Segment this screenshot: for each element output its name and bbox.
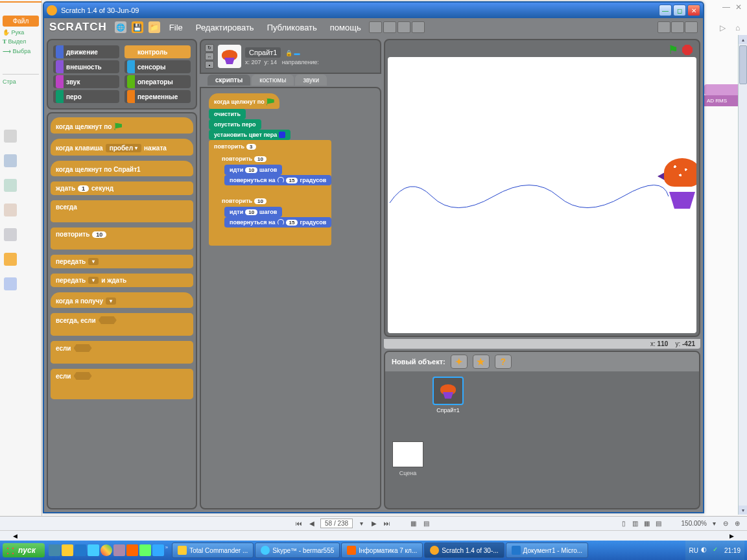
view-normal-icon[interactable] bbox=[671, 21, 684, 33]
rotate-none-icon[interactable]: • bbox=[205, 61, 214, 69]
block-if[interactable]: если bbox=[51, 341, 193, 364]
lang-indicator[interactable]: RU bbox=[689, 547, 698, 554]
stamp-icon[interactable] bbox=[4, 277, 17, 290]
block-forever-if[interactable]: всегда, если bbox=[51, 313, 193, 336]
tool-stamp-icon[interactable] bbox=[369, 21, 382, 33]
layers-icon[interactable] bbox=[4, 179, 17, 192]
block-palette[interactable]: когда щелкнут по когда клавиша пробел на… bbox=[47, 112, 197, 509]
ql-skype-icon[interactable] bbox=[88, 544, 99, 556]
tool-shrink-icon[interactable] bbox=[412, 21, 425, 33]
sprite-item[interactable]: Спрайт1 bbox=[431, 377, 466, 503]
ql-av-icon[interactable] bbox=[139, 544, 151, 556]
sb-move-2[interactable]: идти 10 шагов bbox=[224, 207, 282, 217]
hscroll-left-icon[interactable]: ◀ bbox=[13, 533, 18, 539]
cat-control[interactable]: контроль bbox=[124, 45, 191, 58]
menu-share[interactable]: Публиковать bbox=[262, 21, 322, 34]
scroll-up-icon[interactable]: ▴ bbox=[739, 35, 747, 44]
green-flag-button[interactable]: ⚑ bbox=[668, 43, 678, 57]
lock-icon[interactable] bbox=[4, 253, 17, 266]
ql-foxit-icon[interactable] bbox=[126, 544, 138, 556]
zoom-out-icon[interactable]: ⊖ bbox=[721, 519, 730, 528]
script-area[interactable]: когда щелкнут по очистить опустить перо … bbox=[200, 87, 381, 509]
globe-icon[interactable]: 🌐 bbox=[115, 21, 126, 33]
scroll-down-icon[interactable]: ▾ bbox=[739, 506, 747, 515]
ql-desktop-icon[interactable] bbox=[49, 544, 60, 556]
menu-file[interactable]: File bbox=[164, 21, 188, 34]
sb-hat[interactable]: когда щелкнут по bbox=[209, 93, 279, 109]
view-tool-1-icon[interactable]: ▦ bbox=[409, 519, 418, 528]
sb-repeat-inner1[interactable]: повторить 10 идти 10 шагов повернуться н… bbox=[217, 152, 331, 194]
start-button[interactable]: пуск bbox=[3, 543, 45, 557]
titlebar[interactable]: Scratch 1.4 of 30-Jun-09 ― ◻ ✕ bbox=[44, 3, 703, 18]
cat-sensing[interactable]: сенсоры bbox=[124, 60, 191, 73]
block-broadcast[interactable]: передать bbox=[51, 255, 193, 268]
rotate-full-icon[interactable]: ↻ bbox=[205, 44, 214, 52]
hscroll-right-icon[interactable]: ▶ bbox=[729, 533, 734, 539]
view-small-icon[interactable] bbox=[658, 21, 670, 33]
surprise-sprite-button[interactable]: ? bbox=[495, 355, 512, 369]
minimize-icon[interactable]: ― bbox=[722, 3, 731, 12]
tool-select[interactable]: 𝐓 Выдел bbox=[0, 37, 42, 47]
layout-2-icon[interactable]: ▥ bbox=[631, 519, 640, 528]
cat-motion[interactable]: движение bbox=[53, 45, 119, 58]
task-skype[interactable]: Skype™ - bermar555 bbox=[255, 542, 340, 558]
attach-icon[interactable] bbox=[4, 228, 17, 241]
drag-handle-icon[interactable]: ▬ bbox=[294, 50, 300, 56]
prev-page-icon[interactable]: ◀ bbox=[307, 519, 316, 528]
page-dropdown-icon[interactable]: ▾ bbox=[357, 519, 366, 528]
scroll-thumb[interactable] bbox=[739, 45, 747, 84]
nav-icon[interactable]: ⌂ bbox=[735, 23, 744, 32]
tab-costumes[interactable]: костюмы bbox=[252, 75, 294, 86]
save-icon[interactable]: 💾 bbox=[132, 21, 143, 33]
tool-hand[interactable]: ✋ Рука bbox=[0, 28, 42, 37]
block-forever[interactable]: всегда bbox=[51, 200, 193, 222]
cat-pen[interactable]: перо bbox=[53, 90, 119, 103]
play-icon[interactable]: ▷ bbox=[720, 23, 729, 32]
rotate-lr-icon[interactable]: ↔ bbox=[205, 52, 214, 60]
block-when-receive[interactable]: когда я получу bbox=[51, 292, 193, 308]
view-present-icon[interactable] bbox=[685, 21, 698, 33]
sprite-name-field[interactable]: Спрайт1 bbox=[245, 47, 281, 58]
open-icon[interactable]: 📁 bbox=[148, 21, 160, 33]
layout-4-icon[interactable]: ▤ bbox=[654, 519, 663, 528]
sprite-on-stage[interactable] bbox=[661, 154, 696, 200]
sb-repeat-outer[interactable]: повторить 3 повторить 10 идти 10 шагов п… bbox=[209, 140, 331, 246]
sb-setcolor[interactable]: установить цвет пера bbox=[209, 130, 290, 140]
ql-expand-icon[interactable]: » bbox=[165, 544, 168, 556]
tab-scripts[interactable]: скрипты bbox=[208, 75, 250, 86]
block-when-sprite[interactable]: когда щелкнут по Спрайт1 bbox=[51, 161, 193, 176]
ql-app-icon[interactable] bbox=[113, 544, 125, 556]
choose-sprite-button[interactable]: ★ bbox=[473, 355, 490, 369]
block-when-flag[interactable]: когда щелкнут по bbox=[51, 117, 193, 134]
tool-grow-icon[interactable] bbox=[397, 21, 410, 33]
system-tray[interactable]: RU ◐ ✓ 21:19 bbox=[685, 541, 744, 560]
block-broadcast-wait[interactable]: передать и ждать bbox=[51, 274, 193, 287]
tool-cut-icon[interactable] bbox=[383, 21, 396, 33]
lock-icon[interactable]: 🔒 bbox=[285, 50, 292, 56]
first-page-icon[interactable]: ⏮ bbox=[294, 519, 303, 528]
paint-sprite-button[interactable]: ✦ bbox=[451, 355, 468, 369]
menu-edit[interactable]: Редактировать bbox=[191, 21, 259, 34]
color-swatch[interactable] bbox=[279, 132, 285, 138]
menu-help[interactable]: помощь bbox=[325, 21, 366, 34]
copy-icon[interactable] bbox=[4, 154, 17, 167]
tray-icon-2[interactable]: ✓ bbox=[713, 546, 722, 555]
sb-clear[interactable]: очистить bbox=[209, 109, 246, 119]
ql-tc-icon[interactable] bbox=[62, 544, 73, 556]
file-tab[interactable]: Файл bbox=[3, 16, 39, 27]
task-scratch[interactable]: Scratch 1.4 of 30-... bbox=[424, 542, 504, 558]
sign-icon[interactable] bbox=[4, 204, 17, 216]
next-page-icon[interactable]: ▶ bbox=[370, 519, 379, 528]
cat-looks[interactable]: внешность bbox=[53, 60, 119, 73]
sb-move-1[interactable]: идти 10 шагов bbox=[224, 165, 282, 175]
doc-icon[interactable] bbox=[4, 130, 17, 143]
zoom-dropdown-icon[interactable]: ▾ bbox=[709, 519, 718, 528]
task-word[interactable]: Документ1 - Micro... bbox=[506, 542, 589, 558]
block-if-else[interactable]: если bbox=[51, 369, 193, 399]
block-repeat[interactable]: повторить 10 bbox=[51, 228, 193, 250]
ql-word-icon[interactable] bbox=[75, 544, 86, 556]
ql-chrome-icon[interactable] bbox=[101, 544, 112, 556]
min-button[interactable]: ― bbox=[659, 5, 672, 16]
cat-operators[interactable]: операторы bbox=[124, 75, 191, 88]
view-tool-2-icon[interactable]: ▤ bbox=[421, 519, 431, 528]
